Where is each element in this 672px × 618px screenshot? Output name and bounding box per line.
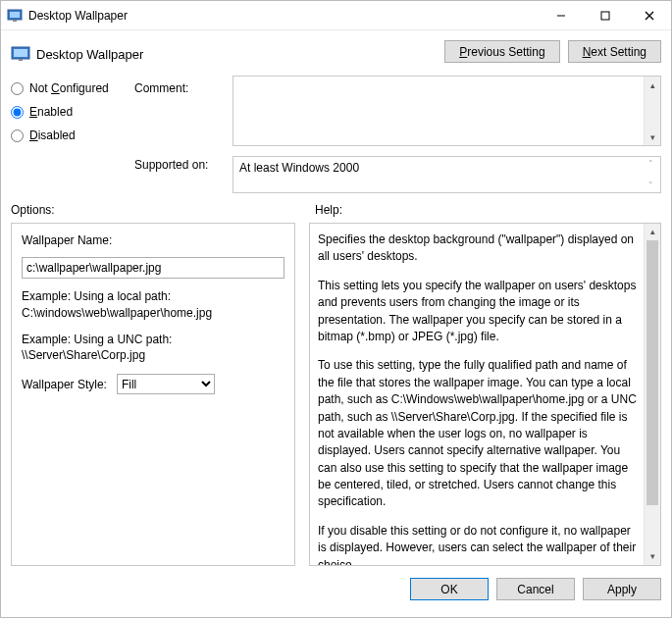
scroll-down-icon[interactable]: ▾	[645, 548, 660, 565]
help-paragraph: To use this setting, type the fully qual…	[318, 357, 639, 511]
comment-label: Comment:	[134, 81, 223, 158]
wallpaper-name-input[interactable]	[22, 257, 284, 279]
supported-on-box: At least Windows 2000 ˄ ˅	[233, 156, 661, 193]
apply-button[interactable]: Apply	[583, 578, 661, 600]
supported-up-icon[interactable]: ˄	[648, 159, 653, 169]
svg-rect-1	[10, 12, 20, 18]
scroll-up-icon[interactable]: ▴	[645, 224, 660, 240]
radio-disabled[interactable]: Disabled	[11, 129, 125, 142]
ok-button[interactable]: OK	[410, 578, 489, 600]
minimize-button[interactable]	[539, 1, 583, 29]
previous-setting-button[interactable]: Previous Setting	[444, 40, 559, 63]
scrollbar-thumb[interactable]	[646, 240, 658, 505]
help-panel: Specifies the desktop background ("wallp…	[309, 223, 661, 566]
policy-title: Desktop Wallpaper	[36, 47, 143, 62]
app-icon	[7, 8, 23, 24]
options-label: Options:	[11, 203, 295, 217]
supported-on-label: Supported on:	[134, 158, 223, 172]
next-setting-button[interactable]: Next Setting	[568, 40, 661, 63]
svg-rect-2	[13, 20, 17, 22]
example-local-path: Example: Using a local path: C:\windows\…	[22, 288, 284, 322]
scroll-up-icon[interactable]: ▴	[645, 77, 660, 93]
help-scrollbar[interactable]: ▴ ▾	[644, 224, 660, 565]
scroll-down-icon[interactable]: ▾	[645, 129, 660, 145]
wallpaper-style-label: Wallpaper Style:	[22, 378, 107, 391]
radio-not-configured[interactable]: Not Configured	[11, 81, 125, 95]
titlebar: Desktop Wallpaper	[1, 1, 671, 30]
options-panel: Wallpaper Name: Example: Using a local p…	[11, 223, 295, 566]
maximize-button[interactable]	[583, 1, 627, 29]
supported-on-value: At least Windows 2000	[239, 161, 359, 175]
wallpaper-name-label: Wallpaper Name:	[22, 233, 284, 247]
svg-rect-8	[14, 49, 27, 57]
cancel-button[interactable]: Cancel	[496, 578, 575, 600]
help-paragraph: Specifies the desktop background ("wallp…	[318, 232, 639, 266]
radio-enabled[interactable]: Enabled	[11, 105, 125, 119]
help-paragraph: This setting lets you specify the wallpa…	[318, 278, 639, 346]
help-label: Help:	[315, 203, 342, 217]
svg-rect-4	[601, 12, 609, 20]
comment-textarea[interactable]: ▴ ▾	[233, 76, 661, 146]
svg-rect-9	[19, 59, 23, 61]
help-paragraph: If you disable this setting or do not co…	[318, 523, 639, 566]
comment-scrollbar[interactable]: ▴ ▾	[644, 77, 660, 145]
supported-down-icon[interactable]: ˅	[648, 180, 653, 190]
window-title: Desktop Wallpaper	[28, 9, 539, 23]
policy-icon	[11, 44, 30, 64]
close-button[interactable]	[627, 1, 671, 29]
example-unc-path: Example: Using a UNC path: \\Server\Shar…	[22, 332, 284, 365]
wallpaper-style-select[interactable]: Fill	[117, 374, 215, 394]
